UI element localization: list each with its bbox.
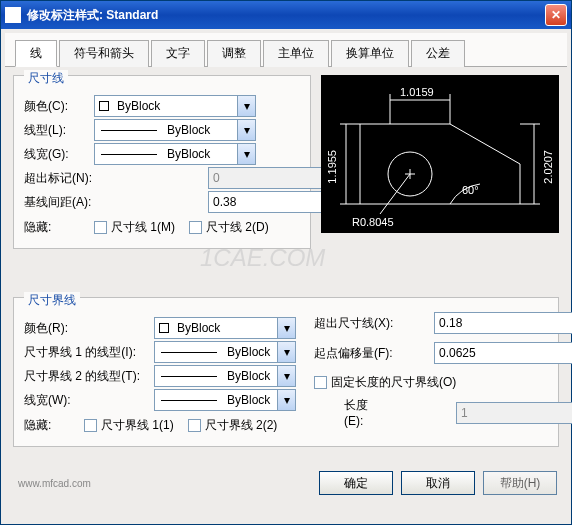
hide-extline2-checkbox[interactable]: 尺寸界线 2(2)	[188, 417, 278, 434]
line-sample-icon	[161, 352, 217, 353]
offset-spinner[interactable]: ▲▼	[434, 342, 526, 364]
preview-drawing	[322, 76, 560, 234]
preview-dim2: 1.1955	[326, 150, 338, 184]
close-icon: ✕	[551, 8, 561, 22]
tab-lines[interactable]: 线	[15, 40, 57, 67]
ext-color-combo[interactable]: ByBlock ▾	[154, 317, 296, 339]
tab-primary[interactable]: 主单位	[263, 40, 329, 67]
baseline-label: 基线间距(A):	[24, 194, 134, 211]
chevron-down-icon: ▾	[237, 144, 255, 164]
titlebar: 修改标注样式: Standard ✕	[1, 1, 571, 29]
length-input	[456, 402, 572, 424]
chevron-down-icon: ▾	[277, 366, 295, 386]
preview-dim1: 1.0159	[400, 86, 434, 98]
preview-dim3: 2.0207	[542, 150, 554, 184]
lineweight-value: ByBlock	[163, 147, 237, 161]
svg-line-12	[380, 174, 410, 214]
tab-alternate[interactable]: 换算单位	[331, 40, 409, 67]
offset-label: 起点偏移量(F):	[314, 345, 434, 362]
dialog: 修改标注样式: Standard ✕ 线 符号和箭头 文字 调整 主单位 换算单…	[0, 0, 572, 525]
chevron-down-icon: ▾	[277, 342, 295, 362]
tab-content: 尺寸线 颜色(C): ByBlock ▾ 线型(L):	[1, 67, 571, 463]
fixed-length-checkbox[interactable]: 固定长度的尺寸界线(O)	[314, 374, 456, 391]
offset-input[interactable]	[434, 342, 572, 364]
beyond-label: 超出尺寸线(X):	[314, 315, 434, 332]
baseline-spinner[interactable]: ▲▼	[208, 191, 300, 213]
help-button[interactable]: 帮助(H)	[483, 471, 557, 495]
line-sample-icon	[101, 154, 157, 155]
extend-label: 超出标记(N):	[24, 170, 134, 187]
ext-lt1-label: 尺寸界线 1 的线型(I):	[24, 344, 154, 361]
tab-fit[interactable]: 调整	[207, 40, 261, 67]
color-swatch-icon	[99, 101, 109, 111]
preview-radius: R0.8045	[352, 216, 394, 228]
length-spinner: ▲▼	[456, 402, 548, 424]
lineweight-label: 线宽(G):	[24, 146, 94, 163]
color-swatch-icon	[159, 323, 169, 333]
watermark-site: www.mfcad.com	[18, 478, 91, 489]
linetype-value: ByBlock	[163, 123, 237, 137]
lineweight-combo[interactable]: ByBlock ▾	[94, 143, 256, 165]
tab-tolerance[interactable]: 公差	[411, 40, 465, 67]
dialog-title: 修改标注样式: Standard	[27, 7, 545, 24]
ext-lines-legend: 尺寸界线	[24, 292, 80, 309]
beyond-spinner[interactable]: ▲▼	[434, 312, 526, 334]
preview-pane: 1.0159 1.1955 2.0207 60° R0.8045	[321, 75, 559, 233]
hide-dimline2-checkbox[interactable]: 尺寸线 2(D)	[189, 219, 269, 236]
beyond-input[interactable]	[434, 312, 572, 334]
extension-lines-group: 尺寸界线 颜色(R): ByBlock ▾ 尺寸界线 1 的线型(I):	[13, 297, 559, 447]
chevron-down-icon: ▾	[237, 120, 255, 140]
tab-strip: 线 符号和箭头 文字 调整 主单位 换算单位 公差	[5, 33, 567, 67]
hide-extline1-checkbox[interactable]: 尺寸界线 1(1)	[84, 417, 174, 434]
hide-dimline1-checkbox[interactable]: 尺寸线 1(M)	[94, 219, 175, 236]
close-button[interactable]: ✕	[545, 4, 567, 26]
chevron-down-icon: ▾	[277, 318, 295, 338]
line-sample-icon	[101, 130, 157, 131]
dim-lines-legend: 尺寸线	[24, 70, 68, 87]
color-combo[interactable]: ByBlock ▾	[94, 95, 256, 117]
line-sample-icon	[161, 376, 217, 377]
length-label: 长度(E):	[314, 397, 374, 428]
chevron-down-icon: ▾	[237, 96, 255, 116]
footer: www.mfcad.com 确定 取消 帮助(H)	[1, 463, 571, 503]
tab-text[interactable]: 文字	[151, 40, 205, 67]
ext-hide-label: 隐藏:	[24, 417, 84, 434]
ok-button[interactable]: 确定	[319, 471, 393, 495]
ext-lt2-combo[interactable]: ByBlock ▾	[154, 365, 296, 387]
preview-angle: 60°	[462, 184, 479, 196]
color-value: ByBlock	[113, 99, 237, 113]
ext-color-label: 颜色(R):	[24, 320, 154, 337]
extend-spinner: ▲▼	[208, 167, 300, 189]
dimension-lines-group: 尺寸线 颜色(C): ByBlock ▾ 线型(L):	[13, 75, 311, 249]
ext-lw-label: 线宽(W):	[24, 392, 154, 409]
ext-lt2-label: 尺寸界线 2 的线型(T):	[24, 368, 154, 385]
color-label: 颜色(C):	[24, 98, 94, 115]
linetype-combo[interactable]: ByBlock ▾	[94, 119, 256, 141]
tab-symbols[interactable]: 符号和箭头	[59, 40, 149, 67]
hide-label: 隐藏:	[24, 219, 94, 236]
ext-lw-combo[interactable]: ByBlock ▾	[154, 389, 296, 411]
ext-lt1-combo[interactable]: ByBlock ▾	[154, 341, 296, 363]
chevron-down-icon: ▾	[277, 390, 295, 410]
cancel-button[interactable]: 取消	[401, 471, 475, 495]
linetype-label: 线型(L):	[24, 122, 94, 139]
line-sample-icon	[161, 400, 217, 401]
app-icon	[5, 7, 21, 23]
